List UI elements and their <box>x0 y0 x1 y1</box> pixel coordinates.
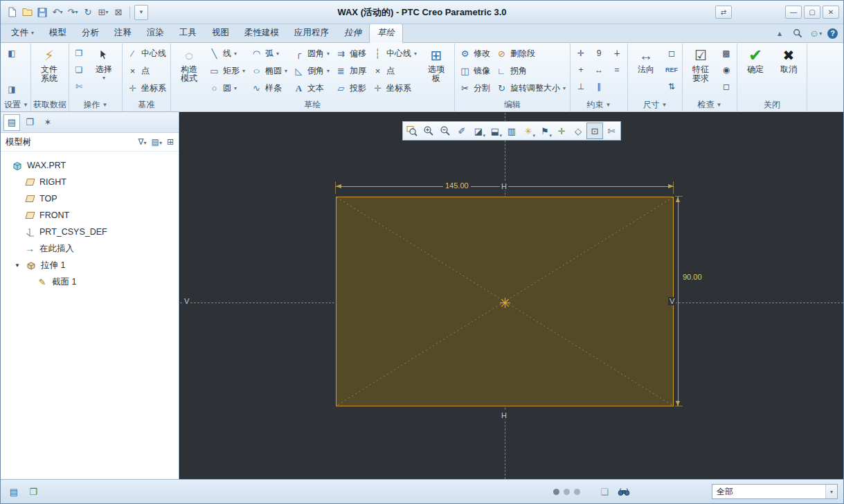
section-button[interactable]: ✄ <box>603 123 620 139</box>
line-button[interactable]: ╲线▾ <box>206 45 247 62</box>
delete-segment-button[interactable]: ⊘删除段 <box>494 45 568 62</box>
modify-button[interactable]: ⚙修改 <box>457 45 492 62</box>
fillet-button[interactable]: ╭圆角▾ <box>291 45 332 62</box>
redo-button[interactable]: ↷▾ <box>66 5 80 20</box>
dropdown-icon[interactable]: ▾ <box>414 51 417 57</box>
inspect-group-label[interactable]: 检查▼ <box>685 98 735 111</box>
undo-button[interactable]: ↶▾ <box>51 5 64 20</box>
tab-model[interactable]: 模型 <box>42 24 74 42</box>
chamfer-button[interactable]: ◺倒角▾ <box>291 62 332 80</box>
graphics-area[interactable]: ✐ ◪▾ ⬓▾ ▥ ✳▾ ⚑▾ ✛ ◇ ⊡ ✄ <box>179 112 843 479</box>
midpoint-constraint-button[interactable]: ∔ <box>609 46 625 61</box>
highlight-open-ends-button[interactable]: ◉ <box>719 62 734 78</box>
offset-button[interactable]: ⇉偏移 <box>333 45 368 62</box>
setup-icon-1[interactable]: ◧ <box>5 46 19 60</box>
width-dimension[interactable]: 145.00 <box>443 181 471 190</box>
dropdown-icon[interactable]: ▾ <box>563 85 566 91</box>
tab-view[interactable]: 视图 <box>204 24 237 42</box>
spin-center-button[interactable]: ✛ <box>553 123 570 139</box>
combo-dropdown-button[interactable]: ▾ <box>825 485 837 498</box>
perimeter-dimension-button[interactable]: ◻ <box>664 46 679 61</box>
equal-constraint-button[interactable]: = <box>609 62 625 78</box>
dropdown-icon[interactable]: ▾ <box>285 68 287 74</box>
folder-browser-button[interactable]: ❐ <box>21 114 38 131</box>
dimension-group-label[interactable]: 尺寸▼ <box>630 98 680 111</box>
constrain-group-label[interactable]: 约束▼ <box>573 98 625 111</box>
text-button[interactable]: A文本 <box>291 80 332 97</box>
tab-extrude[interactable]: 拉伸 <box>336 24 369 42</box>
search-button[interactable] <box>791 27 804 39</box>
maximize-button[interactable]: ▢ <box>804 6 820 19</box>
ellipse-button[interactable]: ○椭圆▾ <box>249 62 289 80</box>
coincident-constraint-button[interactable]: + <box>573 62 589 78</box>
save-button[interactable] <box>35 5 49 20</box>
file-system-button[interactable]: ⚡ 文件系统 <box>33 45 65 83</box>
minimize-button[interactable]: — <box>785 6 802 19</box>
tree-item-top-plane[interactable]: TOP <box>1 190 179 207</box>
tab-analysis[interactable]: 分析 <box>74 24 107 42</box>
tree-item-section[interactable]: ✎ 截面 1 <box>1 273 179 290</box>
mirror-button[interactable]: ◫镜像 <box>457 62 492 80</box>
collapse-ribbon-button[interactable]: ▴ <box>773 27 786 39</box>
tab-flexible-modeling[interactable]: 柔性建模 <box>237 24 287 42</box>
display-style-button[interactable]: ◪▾ <box>470 123 487 139</box>
palette-button[interactable]: ⊞ 选项板 <box>420 45 452 83</box>
vertical-constraint-button[interactable]: ✛ <box>573 46 589 61</box>
datum-display-button[interactable]: ✳▾ <box>520 123 537 139</box>
resource-center-button[interactable]: ☺▾ <box>809 27 822 39</box>
close-window-button[interactable]: ⊠ <box>111 5 125 20</box>
windows-button[interactable]: ⊞▾ <box>96 5 110 20</box>
dropdown-icon[interactable]: ▾ <box>60 9 62 15</box>
datum-point-button[interactable]: ×点 <box>125 62 168 80</box>
repaint-button[interactable]: ✐ <box>454 123 470 139</box>
help-button[interactable]: ? <box>827 28 838 39</box>
rotate-resize-button[interactable]: ↻旋转调整大小▾ <box>494 80 568 97</box>
tab-applications[interactable]: 应用程序 <box>287 24 336 42</box>
feature-requirements-button[interactable]: ☑ 特征要求 <box>685 45 717 83</box>
saved-orientations-button[interactable]: ⬓▾ <box>487 123 503 139</box>
zoom-fit-button[interactable] <box>404 123 420 139</box>
spline-button[interactable]: ∿样条 <box>249 80 289 97</box>
datum-csys-button[interactable]: ✛坐标系 <box>125 80 168 97</box>
expand-triangle-icon[interactable]: ▼ <box>13 262 21 269</box>
divide-button[interactable]: ✂分割 <box>457 80 492 97</box>
copy-button[interactable]: ❏ <box>72 63 86 77</box>
thicken-button[interactable]: ≣加厚 <box>333 62 368 80</box>
qat-customize-button[interactable]: ▼ <box>134 5 148 20</box>
sketch-csys-button[interactable]: ✛坐标系 <box>370 80 419 97</box>
height-dimension[interactable]: 90.00 <box>681 273 704 281</box>
overlapping-geometry-button[interactable]: ◻ <box>719 79 734 94</box>
dropdown-icon[interactable]: ▾ <box>75 9 78 15</box>
regenerate-button[interactable]: ↻ <box>81 5 95 20</box>
console-button[interactable]: ⇄ <box>715 6 732 19</box>
dropdown-icon[interactable]: ▾ <box>327 68 330 74</box>
baseline-dimension-button[interactable]: REF <box>664 62 679 78</box>
sketch-origin-icon[interactable] <box>500 298 510 308</box>
filter-combobox[interactable]: 全部 ▾ <box>712 484 838 499</box>
cut-button[interactable]: ✄ <box>72 80 86 93</box>
tree-item-insert-here[interactable]: → 在此插入 <box>1 240 179 257</box>
open-button[interactable] <box>20 5 34 20</box>
reference-dimension-button[interactable]: ⇅ <box>664 79 679 94</box>
datum-centerline-button[interactable]: ∕中心线 <box>125 45 168 62</box>
clipboard-status-button[interactable]: ❏ <box>597 484 612 499</box>
perspective-button[interactable]: ◇ <box>570 123 586 139</box>
new-button[interactable] <box>5 5 19 20</box>
shade-closed-loops-button[interactable]: ▩ <box>719 46 734 61</box>
symmetric-constraint-button[interactable]: ↔ <box>591 62 607 78</box>
operations-group-label[interactable]: 操作▼ <box>71 98 120 111</box>
setup-icon-2[interactable]: ◨ <box>5 82 19 96</box>
tree-item-right-plane[interactable]: RIGHT <box>1 174 179 190</box>
sketch-centerline-button[interactable]: ┆中心线▾ <box>370 45 419 62</box>
arc-button[interactable]: ◠弧▾ <box>249 45 289 62</box>
ok-button[interactable]: ✔ 确定 <box>739 45 771 74</box>
tab-sketch[interactable]: 草绘 <box>369 24 403 43</box>
sketch-point-button[interactable]: ×点 <box>370 62 419 80</box>
tangent-constraint-button[interactable]: 9 <box>591 46 607 61</box>
tab-tools[interactable]: 工具 <box>172 24 204 42</box>
tree-filter-icon[interactable]: ∇▾ <box>138 137 147 147</box>
dropdown-icon[interactable]: ▾ <box>105 9 108 15</box>
favorites-button[interactable]: ✶ <box>39 114 56 131</box>
dropdown-icon[interactable]: ▾ <box>234 85 237 91</box>
zoom-out-button[interactable] <box>437 123 454 139</box>
